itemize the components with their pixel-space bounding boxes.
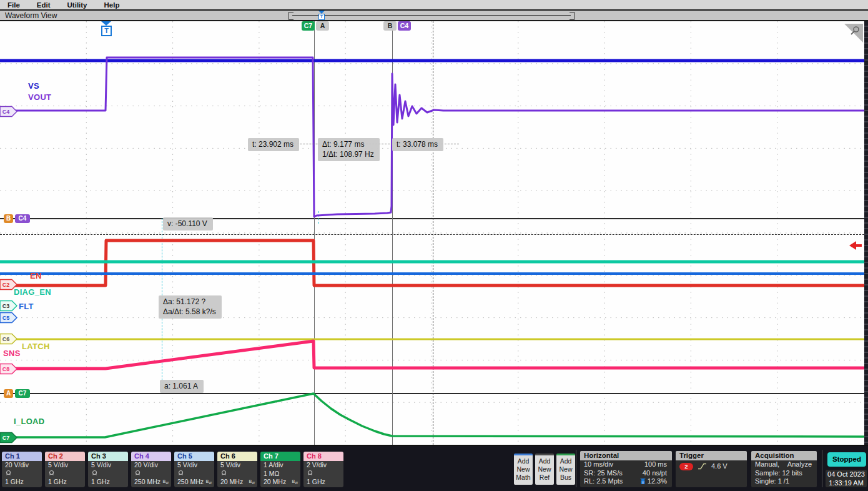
- cursor-a-badge[interactable]: A: [316, 21, 329, 31]
- slice-tags-b[interactable]: BC4: [4, 214, 30, 223]
- bandwidth-value: 1 GHz: [91, 478, 110, 487]
- readout-cursor-b-time: t: 33.078 ms: [392, 138, 443, 151]
- cursor-b-source-badge[interactable]: C4: [398, 21, 411, 31]
- tab-bar: Waveform View T: [0, 9, 868, 21]
- zoom-corner-icon[interactable]: [844, 24, 863, 42]
- menu-utility[interactable]: Utility: [60, 1, 97, 9]
- add-new-bus-button[interactable]: Add New Bus: [556, 454, 575, 485]
- zone-badge-b[interactable]: B: [4, 214, 13, 223]
- bandwidth-value: 1 GHz: [307, 478, 325, 487]
- channel-scale: 5 V/div: [48, 461, 85, 470]
- horizontal-overview[interactable]: T: [289, 12, 575, 19]
- probe-icon: [5, 470, 42, 479]
- channel-badge-ch-1[interactable]: Ch 120 V/div1 GHz: [2, 452, 42, 487]
- bandwidth-value: 250 MHz: [134, 478, 160, 487]
- channel-handle-c8[interactable]: C8: [0, 363, 18, 377]
- trace-label-vs: VS: [28, 81, 39, 91]
- channel-badge-ch-7[interactable]: Ch 71 A/div1 MΩ20 MHzBW: [260, 452, 300, 487]
- overview-right-bracket[interactable]: [570, 12, 575, 20]
- tab-waveform-view[interactable]: Waveform View: [5, 11, 57, 20]
- svg-text:C6: C6: [2, 336, 10, 342]
- datetime-display: 04 Oct 2023 1:33:19 AM: [826, 470, 867, 487]
- channel-scale: 20 V/div: [5, 461, 42, 470]
- probe-icon: [220, 470, 257, 479]
- add-new-ref-button[interactable]: Add New Ref: [535, 454, 554, 485]
- readout-amplitude: a: 1.061 A: [160, 380, 204, 393]
- channel-name: Ch 2: [45, 452, 85, 461]
- waveform-view: T C7 A B C4 t: 23.902 ms Δt: 9.177 ms 1/…: [0, 21, 868, 446]
- zone-channel-badge-c4[interactable]: C4: [15, 214, 30, 223]
- rising-edge-icon: [698, 463, 707, 470]
- probe-icon: [134, 470, 171, 479]
- menu-file[interactable]: File: [0, 1, 29, 9]
- channel-badge-ch-4[interactable]: Ch 420 V/div250 MHzBW: [131, 452, 171, 487]
- bandwidth-value: 250 MHz: [177, 478, 204, 487]
- channel-name: Ch 3: [88, 452, 128, 461]
- bw-limit-icon: BW: [206, 479, 212, 485]
- waveform-i_load: [0, 394, 864, 437]
- zone-channel-badge-c7[interactable]: C7: [15, 389, 30, 398]
- channel-handle-c4[interactable]: C4: [0, 106, 18, 120]
- probe-icon: [177, 470, 214, 479]
- overview-left-bracket[interactable]: [289, 12, 293, 20]
- right-edge-strip: [864, 21, 868, 445]
- trigger-position-flag[interactable]: T: [101, 21, 111, 36]
- trigger-panel-title: Trigger: [676, 451, 747, 460]
- trace-label-latch: LATCH: [22, 342, 50, 351]
- channel-badge-ch-8[interactable]: Ch 82 V/div1 GHz: [303, 452, 343, 487]
- cursor-b-badge[interactable]: B: [383, 21, 397, 31]
- run-stop-button[interactable]: Stopped: [827, 452, 866, 467]
- oscilloscope-app: File Edit Utility Help Waveform View T: [0, 0, 868, 491]
- acquisition-panel[interactable]: Acquisition Manual,Analyze Sample: 12 bi…: [751, 451, 817, 487]
- settings-bar: Ch 120 V/div1 GHzCh 25 V/div1 GHzCh 35 V…: [0, 446, 868, 491]
- bandwidth-value: 20 MHz: [264, 478, 286, 487]
- channel-badge-ch-5[interactable]: Ch 55 V/div250 MHzBW: [174, 452, 214, 487]
- channel-badge-ch-3[interactable]: Ch 35 V/div1 GHz: [88, 452, 128, 487]
- waveform-traces: [0, 21, 868, 445]
- date-text: 04 Oct 2023: [826, 470, 867, 479]
- probe-icon: [91, 470, 128, 479]
- channel-handle-c7[interactable]: C7: [0, 432, 18, 446]
- channel-name: Ch 5: [174, 452, 214, 461]
- channel-scale: 2 V/div: [307, 461, 343, 470]
- trigger-position-icon: T: [640, 479, 646, 485]
- readout-delta-amplitude: Δa: 51.172 ? Δa/Δt: 5.58 k?/s: [159, 295, 222, 319]
- menu-edit[interactable]: Edit: [29, 1, 60, 9]
- channel-scale: 20 V/div: [134, 461, 171, 470]
- channel-handle-c5[interactable]: C5: [0, 312, 18, 326]
- channel-badge-ch-2[interactable]: Ch 25 V/div1 GHz: [45, 452, 85, 487]
- channel-name: Ch 6: [217, 452, 257, 461]
- readout-delta-time: Δt: 9.177 ms 1/Δt: 108.97 Hz: [318, 138, 380, 161]
- menu-help[interactable]: Help: [97, 1, 129, 9]
- channel-name: Ch 1: [2, 452, 42, 461]
- trigger-panel[interactable]: Trigger 2 4.6 V: [676, 451, 747, 487]
- readout-voltage: v: -50.110 V: [163, 217, 213, 231]
- overview-record-line: [292, 15, 571, 16]
- bandwidth-value: 1 GHz: [48, 478, 67, 487]
- channel-handle-c6[interactable]: C6: [0, 333, 18, 347]
- trigger-flag-triangle: [101, 21, 111, 26]
- trace-label-en: EN: [30, 271, 42, 280]
- trace-label-sns: SNS: [3, 349, 21, 358]
- svg-text:C5: C5: [2, 315, 10, 321]
- cursor-b-badges[interactable]: B C4: [383, 21, 411, 31]
- trace-label-vout: VOUT: [28, 92, 51, 102]
- svg-text:C7: C7: [2, 435, 10, 441]
- slice-tags-a[interactable]: AC7: [4, 389, 30, 398]
- zone-badge-a[interactable]: A: [4, 389, 13, 398]
- channel-badge-ch-6[interactable]: Ch 65 V/div20 MHzBW: [217, 452, 257, 487]
- add-new-math-button[interactable]: Add New Math: [514, 454, 533, 485]
- channel-name: Ch 7: [260, 452, 300, 461]
- readout-cursor-a-time: t: 23.902 ms: [248, 138, 299, 151]
- cursor-a-badges[interactable]: C7 A: [302, 21, 329, 31]
- horizontal-panel[interactable]: Horizontal 10 ms/div100 ms SR: 25 MS/s40…: [580, 451, 672, 487]
- bandwidth-value: 20 MHz: [220, 478, 243, 487]
- trigger-source-badge: 2: [679, 463, 693, 470]
- channel-handle-c2[interactable]: C2: [0, 279, 18, 293]
- cursor-a-source-badge[interactable]: C7: [302, 21, 315, 31]
- probe-icon: [307, 470, 343, 479]
- impedance-value: 1 MΩ: [264, 470, 300, 479]
- menu-bar: File Edit Utility Help: [0, 0, 868, 9]
- waveform-vout: [0, 57, 864, 217]
- channel-name: Ch 8: [303, 452, 343, 461]
